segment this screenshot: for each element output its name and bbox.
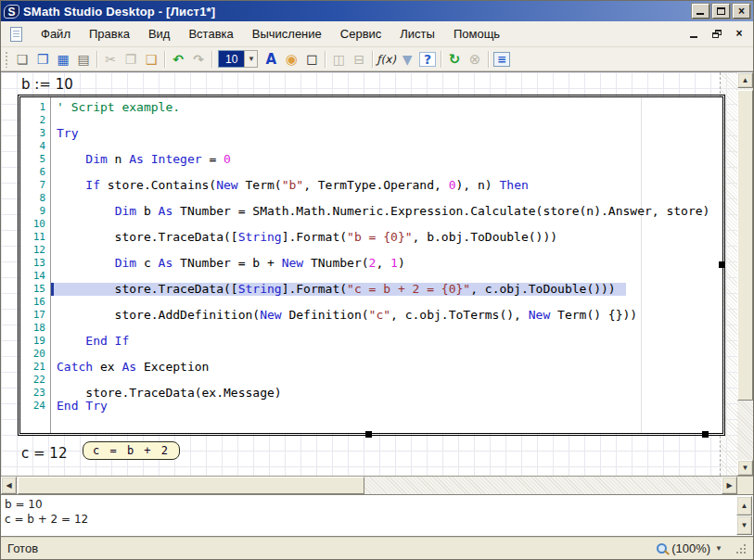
code-line[interactable]: [57, 374, 722, 387]
code-line-selected[interactable]: store.TraceData([String].Format("c = b +…: [51, 283, 626, 296]
background-color-button[interactable]: ◉: [281, 49, 301, 70]
inline-code-region[interactable]: c = b + 2: [83, 441, 180, 460]
mdi-minimize-button[interactable]: [686, 27, 703, 42]
funnel-icon: ▼: [403, 53, 413, 66]
menu-items: ФайлПравкаВидВставкаВычислениеСервисЛист…: [32, 23, 509, 45]
document-icon[interactable]: [10, 27, 22, 42]
resize-handle-right[interactable]: [719, 261, 725, 268]
code-area[interactable]: ' Script example. Try Dim n As Integer =…: [51, 97, 722, 433]
console-output-line: b = 10: [5, 497, 732, 512]
text-cursor: [51, 283, 54, 296]
line-number: 7: [20, 179, 50, 192]
vertical-scroll-thumb[interactable]: [737, 90, 753, 401]
printer-icon: ▤: [77, 53, 89, 66]
close-button[interactable]: ×: [733, 4, 750, 19]
border-button[interactable]: □: [301, 49, 322, 70]
open-button[interactable]: ❒: [32, 49, 53, 70]
menu-edit[interactable]: Правка: [80, 23, 139, 45]
resize-handle-bottom[interactable]: [365, 431, 372, 438]
code-editor-region[interactable]: 123456789101112131415161718192021222324 …: [19, 96, 723, 434]
code-line[interactable]: Dim b As TNumber = SMath.Math.Numeric.Ex…: [57, 205, 722, 218]
code-line[interactable]: store.TraceData(ex.Message): [57, 387, 722, 400]
font-size-dropdown-arrow-icon[interactable]: ▼: [244, 50, 258, 68]
scroll-up-arrow-icon[interactable]: ▲: [737, 72, 753, 88]
app-window: S SMath Studio Desktop - [Лист1*] × Файл…: [0, 0, 754, 560]
font-color-button[interactable]: A: [261, 49, 281, 70]
redo-button: ↷: [188, 49, 209, 70]
math-region-c-result[interactable]: c = 12: [21, 445, 67, 462]
code-line[interactable]: ' Script example.: [57, 101, 722, 114]
console-scrollbar[interactable]: ▲ ▼: [735, 495, 753, 536]
refresh-icon: ↻: [449, 53, 461, 66]
zoom-dropdown-arrow-icon[interactable]: ▼: [715, 544, 722, 553]
horizontal-scrollbar[interactable]: ◀ ▶: [1, 477, 737, 494]
console-scroll-up-icon[interactable]: ▲: [736, 496, 752, 515]
menu-file[interactable]: Файл: [32, 23, 80, 45]
toolbar-grip[interactable]: [5, 51, 8, 68]
code-line[interactable]: Dim c As TNumber = b + New TNumber(2, 1): [57, 257, 722, 270]
options-button[interactable]: ≡: [492, 49, 512, 70]
new-document-button[interactable]: ❏: [12, 49, 32, 70]
code-line[interactable]: Dim n As Integer = 0: [57, 153, 722, 166]
menu-tools[interactable]: Сервис: [331, 23, 391, 45]
line-number: 13: [20, 257, 50, 270]
scroll-right-arrow-icon[interactable]: ▶: [722, 477, 737, 494]
code-line[interactable]: [57, 114, 722, 127]
menu-insert[interactable]: Вставка: [179, 23, 242, 45]
code-line[interactable]: [57, 166, 722, 179]
help-button[interactable]: ?: [417, 49, 438, 70]
code-line[interactable]: [57, 270, 722, 283]
mdi-restore-button[interactable]: [709, 27, 725, 42]
code-line[interactable]: Catch ex As Exception: [57, 361, 722, 374]
scroll-left-arrow-icon[interactable]: ◀: [1, 477, 17, 494]
vertical-scrollbar[interactable]: ▲ ▼: [737, 72, 753, 476]
code-line[interactable]: [57, 192, 722, 205]
line-number: 18: [20, 322, 50, 335]
line-number-gutter: 123456789101112131415161718192021222324: [20, 97, 51, 433]
font-size-combo[interactable]: 10 ▼: [218, 50, 258, 68]
menu-sheets[interactable]: Листы: [390, 23, 444, 45]
maximize-button[interactable]: [712, 4, 730, 19]
horizontal-scroll-thumb[interactable]: [18, 477, 364, 494]
line-number: 1: [20, 101, 50, 114]
line-number: 14: [20, 270, 50, 283]
code-line[interactable]: [57, 322, 722, 335]
code-line[interactable]: End Try: [57, 400, 722, 413]
resize-handle-corner[interactable]: [702, 431, 709, 438]
code-line[interactable]: If store.Contains(New Term("b", TermType…: [57, 179, 722, 192]
code-line[interactable]: store.AddDefinition(New Definition("c", …: [57, 309, 722, 322]
code-line[interactable]: Try: [57, 127, 722, 140]
undo-button[interactable]: ↶: [168, 49, 188, 70]
console-scroll-down-icon[interactable]: ▼: [736, 515, 752, 535]
question-mark-icon: ?: [419, 52, 436, 67]
worksheet-canvas[interactable]: b := 10 12345678910111213141516171819202…: [1, 72, 737, 476]
minimize-button[interactable]: [692, 4, 709, 19]
code-line[interactable]: [57, 218, 722, 231]
menu-help[interactable]: Помощь: [444, 23, 509, 45]
math-region-b-definition[interactable]: b := 10: [21, 76, 73, 93]
copy-icon: ❐: [125, 53, 137, 66]
mdi-close-button[interactable]: ×: [731, 27, 748, 42]
resize-grip[interactable]: [735, 543, 747, 554]
function-button[interactable]: ƒ(x): [376, 49, 397, 70]
minimize-icon: [696, 13, 704, 15]
filter-button[interactable]: ▼: [397, 49, 417, 70]
code-line[interactable]: [57, 348, 722, 361]
menu-calculation[interactable]: Вычисление: [243, 23, 331, 45]
code-line[interactable]: [57, 296, 722, 309]
save-button[interactable]: ▦: [53, 49, 73, 70]
menu-view[interactable]: Вид: [139, 23, 180, 45]
code-line[interactable]: [57, 244, 722, 257]
recalculate-button[interactable]: ↻: [444, 49, 465, 70]
code-line[interactable]: store.TraceData([String].Format("b = {0}…: [57, 231, 722, 244]
line-number: 2: [20, 114, 50, 127]
line-number: 4: [20, 140, 50, 153]
code-line[interactable]: End If: [57, 335, 722, 348]
paste-button[interactable]: ❑: [141, 49, 161, 70]
toolbar-separator: [372, 51, 373, 68]
zoom-control[interactable]: (100%) ▼: [657, 541, 722, 555]
print-button[interactable]: ▤: [73, 49, 94, 70]
code-line[interactable]: [57, 140, 722, 153]
scroll-down-arrow-icon[interactable]: ▼: [737, 460, 753, 476]
clipboard-icon: ❑: [146, 53, 158, 66]
